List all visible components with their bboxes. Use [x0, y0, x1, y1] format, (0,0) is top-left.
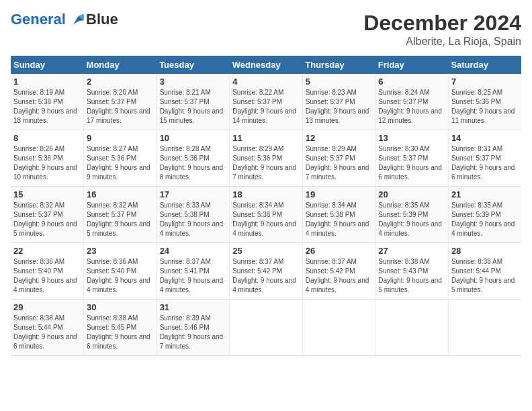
- day-number: 18: [232, 189, 300, 199]
- week-row-3: 15 Sunrise: 8:32 AM Sunset: 5:37 PM Dayl…: [11, 187, 521, 243]
- day-info: Sunrise: 8:36 AM Sunset: 5:40 PM Dayligh…: [87, 257, 154, 295]
- day-number: 8: [13, 133, 81, 143]
- day-cell: 24 Sunrise: 8:37 AM Sunset: 5:41 PM Dayl…: [157, 243, 230, 300]
- day-cell: [448, 300, 521, 356]
- day-number: 29: [13, 302, 81, 312]
- day-number: 17: [160, 189, 227, 199]
- day-number: 22: [13, 246, 81, 256]
- day-cell: 21 Sunrise: 8:35 AM Sunset: 5:39 PM Dayl…: [448, 187, 521, 243]
- col-friday: Friday: [375, 56, 449, 74]
- week-row-5: 29 Sunrise: 8:38 AM Sunset: 5:44 PM Dayl…: [11, 300, 521, 356]
- day-info: Sunrise: 8:31 AM Sunset: 5:37 PM Dayligh…: [451, 144, 519, 182]
- day-cell: 7 Sunrise: 8:25 AM Sunset: 5:36 PM Dayli…: [448, 74, 521, 130]
- logo-bird-icon: [71, 13, 86, 28]
- day-info: Sunrise: 8:29 AM Sunset: 5:37 PM Dayligh…: [306, 144, 373, 182]
- day-cell: 11 Sunrise: 8:29 AM Sunset: 5:36 PM Dayl…: [230, 130, 303, 187]
- day-number: 20: [378, 189, 445, 199]
- day-info: Sunrise: 8:38 AM Sunset: 5:45 PM Dayligh…: [87, 314, 154, 351]
- location-title: Alberite, La Rioja, Spain: [363, 36, 521, 48]
- day-info: Sunrise: 8:29 AM Sunset: 5:36 PM Dayligh…: [232, 144, 300, 182]
- day-number: 13: [378, 133, 445, 143]
- day-cell: 19 Sunrise: 8:34 AM Sunset: 5:38 PM Dayl…: [302, 187, 375, 243]
- month-title: December 2024: [363, 11, 521, 36]
- day-number: 26: [306, 246, 373, 256]
- day-info: Sunrise: 8:38 AM Sunset: 5:44 PM Dayligh…: [451, 257, 519, 295]
- day-info: Sunrise: 8:30 AM Sunset: 5:37 PM Dayligh…: [378, 144, 445, 182]
- day-cell: 29 Sunrise: 8:38 AM Sunset: 5:44 PM Dayl…: [11, 300, 84, 356]
- day-number: 23: [87, 246, 154, 256]
- day-cell: 10 Sunrise: 8:28 AM Sunset: 5:36 PM Dayl…: [157, 130, 230, 187]
- day-number: 28: [451, 246, 519, 256]
- day-number: 3: [160, 77, 227, 87]
- day-number: 27: [378, 246, 445, 256]
- day-cell: 28 Sunrise: 8:38 AM Sunset: 5:44 PM Dayl…: [448, 243, 521, 300]
- day-number: 2: [87, 77, 154, 87]
- day-info: Sunrise: 8:38 AM Sunset: 5:43 PM Dayligh…: [378, 257, 445, 295]
- day-info: Sunrise: 8:34 AM Sunset: 5:38 PM Dayligh…: [232, 201, 300, 238]
- day-cell: [375, 300, 449, 356]
- day-number: 1: [13, 77, 81, 87]
- day-number: 7: [451, 77, 519, 87]
- day-info: Sunrise: 8:26 AM Sunset: 5:36 PM Dayligh…: [13, 144, 81, 182]
- day-info: Sunrise: 8:36 AM Sunset: 5:40 PM Dayligh…: [13, 257, 81, 295]
- day-info: Sunrise: 8:25 AM Sunset: 5:36 PM Dayligh…: [451, 88, 519, 126]
- day-info: Sunrise: 8:37 AM Sunset: 5:42 PM Dayligh…: [232, 257, 300, 295]
- week-row-2: 8 Sunrise: 8:26 AM Sunset: 5:36 PM Dayli…: [11, 130, 521, 187]
- day-cell: 9 Sunrise: 8:27 AM Sunset: 5:36 PM Dayli…: [84, 130, 157, 187]
- day-info: Sunrise: 8:32 AM Sunset: 5:37 PM Dayligh…: [13, 201, 81, 238]
- day-number: 4: [232, 77, 300, 87]
- day-info: Sunrise: 8:37 AM Sunset: 5:41 PM Dayligh…: [160, 257, 227, 295]
- day-info: Sunrise: 8:37 AM Sunset: 5:42 PM Dayligh…: [306, 257, 373, 295]
- day-cell: 8 Sunrise: 8:26 AM Sunset: 5:36 PM Dayli…: [11, 130, 84, 187]
- day-number: 21: [451, 189, 519, 199]
- day-info: Sunrise: 8:24 AM Sunset: 5:37 PM Dayligh…: [378, 88, 445, 126]
- day-number: 9: [87, 133, 154, 143]
- day-info: Sunrise: 8:38 AM Sunset: 5:44 PM Dayligh…: [13, 314, 81, 351]
- day-info: Sunrise: 8:35 AM Sunset: 5:39 PM Dayligh…: [378, 201, 445, 238]
- day-number: 16: [87, 189, 154, 199]
- day-cell: 31 Sunrise: 8:39 AM Sunset: 5:46 PM Dayl…: [157, 300, 230, 356]
- calendar-table: Sunday Monday Tuesday Wednesday Thursday…: [11, 56, 521, 356]
- logo: General Blue: [11, 11, 118, 28]
- day-info: Sunrise: 8:35 AM Sunset: 5:39 PM Dayligh…: [451, 201, 519, 238]
- col-wednesday: Wednesday: [230, 56, 303, 74]
- day-cell: 16 Sunrise: 8:32 AM Sunset: 5:37 PM Dayl…: [84, 187, 157, 243]
- day-info: Sunrise: 8:19 AM Sunset: 5:38 PM Dayligh…: [13, 88, 81, 126]
- day-number: 24: [160, 246, 227, 256]
- col-sunday: Sunday: [11, 56, 84, 74]
- day-cell: 14 Sunrise: 8:31 AM Sunset: 5:37 PM Dayl…: [448, 130, 521, 187]
- day-cell: 30 Sunrise: 8:38 AM Sunset: 5:45 PM Dayl…: [84, 300, 157, 356]
- day-cell: 17 Sunrise: 8:33 AM Sunset: 5:38 PM Dayl…: [157, 187, 230, 243]
- title-block: December 2024 Alberite, La Rioja, Spain: [363, 11, 521, 48]
- day-cell: 4 Sunrise: 8:22 AM Sunset: 5:37 PM Dayli…: [230, 74, 303, 130]
- day-number: 25: [232, 246, 300, 256]
- day-number: 15: [13, 189, 81, 199]
- day-cell: 20 Sunrise: 8:35 AM Sunset: 5:39 PM Dayl…: [375, 187, 449, 243]
- day-number: 6: [378, 77, 445, 87]
- day-cell: 25 Sunrise: 8:37 AM Sunset: 5:42 PM Dayl…: [230, 243, 303, 300]
- day-info: Sunrise: 8:33 AM Sunset: 5:38 PM Dayligh…: [160, 201, 227, 238]
- day-cell: 5 Sunrise: 8:23 AM Sunset: 5:37 PM Dayli…: [302, 74, 375, 130]
- col-saturday: Saturday: [448, 56, 521, 74]
- week-row-4: 22 Sunrise: 8:36 AM Sunset: 5:40 PM Dayl…: [11, 243, 521, 300]
- header-row: Sunday Monday Tuesday Wednesday Thursday…: [11, 56, 521, 74]
- day-number: 5: [306, 77, 373, 87]
- day-number: 31: [160, 302, 227, 312]
- day-cell: 22 Sunrise: 8:36 AM Sunset: 5:40 PM Dayl…: [11, 243, 84, 300]
- day-info: Sunrise: 8:28 AM Sunset: 5:36 PM Dayligh…: [160, 144, 227, 182]
- day-cell: 1 Sunrise: 8:19 AM Sunset: 5:38 PM Dayli…: [11, 74, 84, 130]
- day-info: Sunrise: 8:23 AM Sunset: 5:37 PM Dayligh…: [306, 88, 373, 126]
- day-info: Sunrise: 8:20 AM Sunset: 5:37 PM Dayligh…: [87, 88, 154, 126]
- day-info: Sunrise: 8:22 AM Sunset: 5:37 PM Dayligh…: [232, 88, 300, 126]
- day-number: 30: [87, 302, 154, 312]
- col-tuesday: Tuesday: [157, 56, 230, 74]
- day-info: Sunrise: 8:21 AM Sunset: 5:37 PM Dayligh…: [160, 88, 227, 126]
- day-cell: 13 Sunrise: 8:30 AM Sunset: 5:37 PM Dayl…: [375, 130, 449, 187]
- day-number: 10: [160, 133, 227, 143]
- day-number: 11: [232, 133, 300, 143]
- day-number: 14: [451, 133, 519, 143]
- day-info: Sunrise: 8:34 AM Sunset: 5:38 PM Dayligh…: [306, 201, 373, 238]
- col-monday: Monday: [84, 56, 157, 74]
- day-number: 12: [306, 133, 373, 143]
- page-header: General Blue December 2024 Alberite, La …: [11, 11, 521, 48]
